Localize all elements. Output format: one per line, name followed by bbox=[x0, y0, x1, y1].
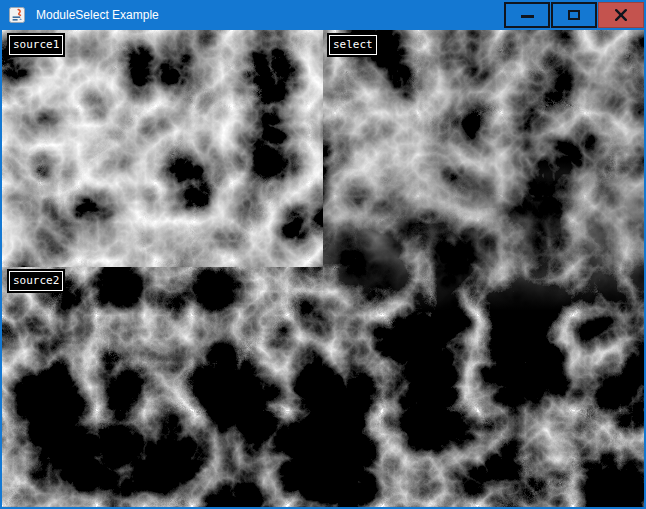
app-window: ModuleSelect Example bbox=[0, 0, 646, 509]
source1-texture bbox=[2, 30, 323, 267]
maximize-button[interactable] bbox=[551, 2, 597, 28]
window-title: ModuleSelect Example bbox=[36, 0, 159, 30]
maximize-icon bbox=[568, 10, 580, 20]
label-select: select bbox=[329, 35, 377, 55]
close-button[interactable] bbox=[598, 2, 644, 28]
label-source2: source2 bbox=[9, 271, 63, 291]
render-canvas: source1 select source2 bbox=[2, 30, 644, 507]
java-app-icon[interactable] bbox=[9, 7, 25, 23]
titlebar[interactable]: ModuleSelect Example bbox=[2, 0, 644, 30]
noise-composite bbox=[2, 30, 644, 507]
minimize-button[interactable] bbox=[504, 2, 550, 28]
close-icon bbox=[615, 9, 627, 21]
minimize-icon bbox=[521, 15, 534, 18]
select-texture bbox=[323, 30, 644, 360]
label-source1: source1 bbox=[9, 35, 63, 55]
